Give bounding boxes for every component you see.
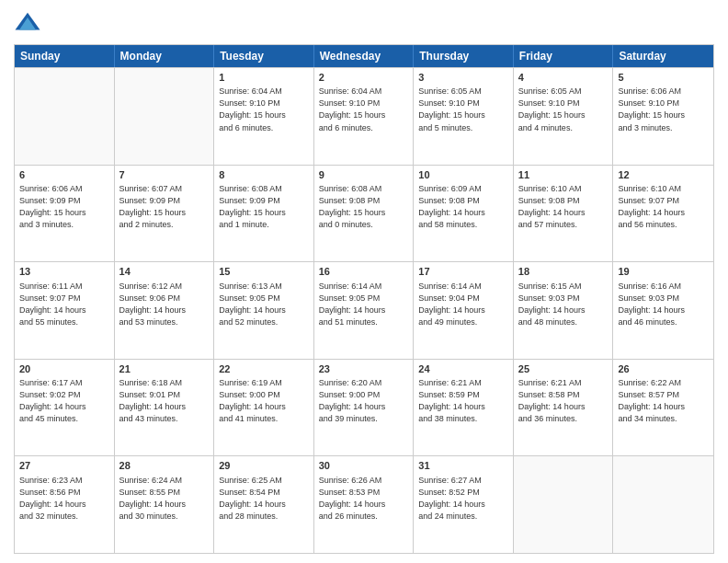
calendar-row-4: 20Sunrise: 6:17 AM Sunset: 9:02 PM Dayli… [15, 359, 713, 456]
day-cell-10: 10Sunrise: 6:09 AM Sunset: 9:08 PM Dayli… [414, 166, 514, 262]
day-number: 31 [418, 459, 508, 473]
day-info: Sunrise: 6:26 AM Sunset: 8:53 PM Dayligh… [319, 475, 409, 523]
day-cell-16: 16Sunrise: 6:14 AM Sunset: 9:05 PM Dayli… [314, 262, 415, 359]
day-number: 5 [618, 71, 709, 85]
day-info: Sunrise: 6:14 AM Sunset: 9:04 PM Dayligh… [418, 281, 508, 328]
header-day-friday: Friday [514, 45, 614, 67]
day-info: Sunrise: 6:06 AM Sunset: 9:09 PM Dayligh… [19, 183, 109, 231]
day-cell-15: 15Sunrise: 6:13 AM Sunset: 9:05 PM Dayli… [214, 262, 314, 359]
day-cell-2: 2Sunrise: 6:04 AM Sunset: 9:10 PM Daylig… [314, 68, 415, 165]
day-cell-3: 3Sunrise: 6:05 AM Sunset: 9:10 PM Daylig… [414, 68, 514, 165]
day-info: Sunrise: 6:04 AM Sunset: 9:10 PM Dayligh… [219, 86, 309, 133]
header-day-sunday: Sunday [15, 45, 115, 67]
day-cell-12: 12Sunrise: 6:10 AM Sunset: 9:07 PM Dayli… [613, 166, 713, 262]
day-cell-26: 26Sunrise: 6:22 AM Sunset: 8:57 PM Dayli… [613, 360, 713, 456]
day-cell-30: 30Sunrise: 6:26 AM Sunset: 8:53 PM Dayli… [314, 456, 415, 553]
day-info: Sunrise: 6:05 AM Sunset: 9:10 PM Dayligh… [518, 86, 609, 133]
calendar: SundayMondayTuesdayWednesdayThursdayFrid… [14, 44, 714, 554]
day-info: Sunrise: 6:05 AM Sunset: 9:10 PM Dayligh… [418, 86, 508, 133]
day-number: 18 [518, 265, 609, 279]
day-number: 16 [319, 265, 409, 279]
day-number: 17 [418, 265, 508, 279]
day-number: 7 [119, 168, 210, 182]
day-info: Sunrise: 6:10 AM Sunset: 9:08 PM Dayligh… [518, 183, 609, 231]
day-cell-31: 31Sunrise: 6:27 AM Sunset: 8:52 PM Dayli… [414, 456, 514, 553]
day-number: 1 [219, 71, 309, 85]
day-number: 29 [219, 459, 309, 473]
empty-cell [613, 456, 713, 553]
day-info: Sunrise: 6:11 AM Sunset: 9:07 PM Dayligh… [19, 281, 109, 328]
day-info: Sunrise: 6:21 AM Sunset: 8:59 PM Dayligh… [418, 377, 508, 425]
day-info: Sunrise: 6:09 AM Sunset: 9:08 PM Dayligh… [418, 183, 508, 231]
day-info: Sunrise: 6:08 AM Sunset: 9:09 PM Dayligh… [219, 183, 309, 231]
day-cell-27: 27Sunrise: 6:23 AM Sunset: 8:56 PM Dayli… [15, 456, 115, 553]
empty-cell [15, 68, 115, 165]
logo [14, 9, 43, 37]
day-number: 26 [618, 362, 709, 376]
header-day-thursday: Thursday [414, 45, 514, 67]
day-info: Sunrise: 6:08 AM Sunset: 9:08 PM Dayligh… [319, 183, 409, 231]
day-info: Sunrise: 6:07 AM Sunset: 9:09 PM Dayligh… [119, 183, 210, 231]
day-info: Sunrise: 6:18 AM Sunset: 9:01 PM Dayligh… [119, 377, 210, 425]
day-cell-19: 19Sunrise: 6:16 AM Sunset: 9:03 PM Dayli… [613, 262, 713, 359]
day-number: 12 [618, 168, 709, 182]
day-number: 22 [219, 362, 309, 376]
day-number: 8 [219, 168, 309, 182]
day-cell-18: 18Sunrise: 6:15 AM Sunset: 9:03 PM Dayli… [514, 262, 614, 359]
header-day-saturday: Saturday [613, 45, 713, 67]
calendar-body: 1Sunrise: 6:04 AM Sunset: 9:10 PM Daylig… [15, 67, 713, 553]
day-cell-21: 21Sunrise: 6:18 AM Sunset: 9:01 PM Dayli… [115, 360, 215, 456]
day-number: 9 [319, 168, 409, 182]
day-cell-9: 9Sunrise: 6:08 AM Sunset: 9:08 PM Daylig… [314, 166, 415, 262]
day-number: 24 [418, 362, 508, 376]
day-cell-29: 29Sunrise: 6:25 AM Sunset: 8:54 PM Dayli… [214, 456, 314, 553]
day-info: Sunrise: 6:14 AM Sunset: 9:05 PM Dayligh… [319, 281, 409, 328]
day-info: Sunrise: 6:19 AM Sunset: 9:00 PM Dayligh… [219, 377, 309, 425]
day-cell-22: 22Sunrise: 6:19 AM Sunset: 9:00 PM Dayli… [214, 360, 314, 456]
day-number: 21 [119, 362, 210, 376]
calendar-row-5: 27Sunrise: 6:23 AM Sunset: 8:56 PM Dayli… [15, 455, 713, 553]
header [14, 9, 714, 37]
day-number: 14 [119, 265, 210, 279]
day-cell-23: 23Sunrise: 6:20 AM Sunset: 9:00 PM Dayli… [314, 360, 415, 456]
day-info: Sunrise: 6:16 AM Sunset: 9:03 PM Dayligh… [618, 281, 709, 328]
header-day-tuesday: Tuesday [214, 45, 314, 67]
day-number: 6 [19, 168, 109, 182]
day-cell-14: 14Sunrise: 6:12 AM Sunset: 9:06 PM Dayli… [115, 262, 215, 359]
day-cell-28: 28Sunrise: 6:24 AM Sunset: 8:55 PM Dayli… [115, 456, 215, 553]
day-info: Sunrise: 6:21 AM Sunset: 8:58 PM Dayligh… [518, 377, 609, 425]
day-info: Sunrise: 6:20 AM Sunset: 9:00 PM Dayligh… [319, 377, 409, 425]
day-number: 13 [19, 265, 109, 279]
day-info: Sunrise: 6:25 AM Sunset: 8:54 PM Dayligh… [219, 475, 309, 523]
header-day-wednesday: Wednesday [314, 45, 415, 67]
day-number: 20 [19, 362, 109, 376]
calendar-header: SundayMondayTuesdayWednesdayThursdayFrid… [15, 45, 713, 67]
day-number: 27 [19, 459, 109, 473]
day-cell-13: 13Sunrise: 6:11 AM Sunset: 9:07 PM Dayli… [15, 262, 115, 359]
day-info: Sunrise: 6:13 AM Sunset: 9:05 PM Dayligh… [219, 281, 309, 328]
day-cell-7: 7Sunrise: 6:07 AM Sunset: 9:09 PM Daylig… [115, 166, 215, 262]
day-cell-8: 8Sunrise: 6:08 AM Sunset: 9:09 PM Daylig… [214, 166, 314, 262]
day-number: 19 [618, 265, 709, 279]
empty-cell [514, 456, 614, 553]
day-number: 30 [319, 459, 409, 473]
day-cell-20: 20Sunrise: 6:17 AM Sunset: 9:02 PM Dayli… [15, 360, 115, 456]
day-number: 10 [418, 168, 508, 182]
day-info: Sunrise: 6:24 AM Sunset: 8:55 PM Dayligh… [119, 475, 210, 523]
day-cell-5: 5Sunrise: 6:06 AM Sunset: 9:10 PM Daylig… [613, 68, 713, 165]
day-cell-6: 6Sunrise: 6:06 AM Sunset: 9:09 PM Daylig… [15, 166, 115, 262]
day-info: Sunrise: 6:04 AM Sunset: 9:10 PM Dayligh… [319, 86, 409, 133]
day-info: Sunrise: 6:17 AM Sunset: 9:02 PM Dayligh… [19, 377, 109, 425]
day-info: Sunrise: 6:23 AM Sunset: 8:56 PM Dayligh… [19, 475, 109, 523]
day-info: Sunrise: 6:10 AM Sunset: 9:07 PM Dayligh… [618, 183, 709, 231]
header-day-monday: Monday [115, 45, 215, 67]
day-number: 28 [119, 459, 210, 473]
day-number: 11 [518, 168, 609, 182]
calendar-row-2: 6Sunrise: 6:06 AM Sunset: 9:09 PM Daylig… [15, 165, 713, 262]
day-info: Sunrise: 6:15 AM Sunset: 9:03 PM Dayligh… [518, 281, 609, 328]
page: SundayMondayTuesdayWednesdayThursdayFrid… [0, 0, 728, 563]
day-cell-24: 24Sunrise: 6:21 AM Sunset: 8:59 PM Dayli… [414, 360, 514, 456]
calendar-row-1: 1Sunrise: 6:04 AM Sunset: 9:10 PM Daylig… [15, 67, 713, 165]
day-number: 4 [518, 71, 609, 85]
day-number: 2 [319, 71, 409, 85]
